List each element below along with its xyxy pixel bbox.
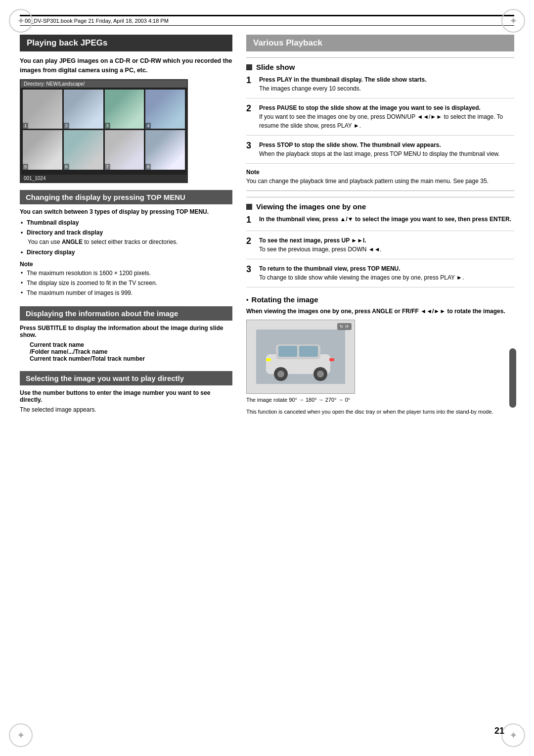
corner-decoration-bl: ✦ (9, 723, 33, 747)
square-bullet-2 (246, 204, 252, 210)
note-text-right: You can change the playback time and pla… (246, 177, 514, 186)
displaying-title: Displaying the information about the ima… (20, 306, 232, 321)
left-column: Playing back JPEGs You can play JPEG ima… (20, 35, 232, 419)
changing-display-title: Changing the display by pressing TOP MEN… (20, 190, 232, 204)
screen-footer: 001_1024 (21, 175, 187, 182)
corner-decoration-tr: ✦ (501, 9, 525, 33)
info-item-1: Current track name (20, 341, 232, 348)
view-step-3: 3 To return to the thumbnail view, press… (246, 264, 514, 287)
car-image-mockup: ↻ ⟳ (246, 320, 355, 394)
svg-rect-3 (278, 346, 297, 357)
bullet-directory: Directory display (20, 248, 232, 257)
rotate-note: This function is canceled when you open … (246, 408, 514, 416)
view-step-content-1: In the thumbnail view, press ▲/▼ to sele… (259, 215, 514, 226)
main-content: Playing back JPEGs You can play JPEG ima… (20, 35, 514, 419)
step-content-1: Press PLAY in the thumbnail display. The… (259, 75, 514, 93)
bullet-dot: • (246, 296, 249, 303)
slide-step-1: 1 Press PLAY in the thumbnail display. T… (246, 75, 514, 98)
slide-show-label: Slide show (256, 63, 295, 71)
right-accent-bar (509, 348, 516, 408)
selecting-note: The selected image appears. (20, 405, 232, 414)
view-step-2: 2 To see the next image, press UP ►►I. T… (246, 236, 514, 259)
step-3-normal: When the playback stops at the last imag… (259, 150, 500, 157)
step-3-bold: Press STOP to stop the slide show. The t… (259, 142, 441, 148)
slide-show-heading: Slide show (246, 57, 514, 71)
step-2-bold: Press PAUSE to stop the slide show at th… (259, 104, 481, 111)
step-content-2: Press PAUSE to stop the slide show at th… (259, 103, 514, 130)
thumbnail-grid: 1 2 3 4 5 6 7 8 (21, 88, 187, 172)
info-items-list: Current track name /Folder name/.../Trac… (20, 341, 232, 362)
various-playback-title: Various Playback (246, 35, 514, 51)
rotating-bold: When viewing the images one by one, pres… (246, 308, 514, 315)
angle-note: You can use ANGLE to select either track… (20, 238, 232, 246)
view-step-num-2: 2 (246, 236, 255, 254)
note-label-right: Note (246, 169, 514, 176)
thumb-8: 8 (145, 130, 185, 170)
rotating-heading: • Rotating the image (246, 293, 514, 304)
view-step-num-1: 1 (246, 215, 255, 226)
svg-rect-4 (299, 346, 318, 357)
page-number: 21 (494, 726, 504, 736)
corner-decoration-br: ✦ (501, 723, 525, 747)
step-1-bold: Press PLAY in the thumbnail display. The… (259, 76, 427, 83)
displaying-bold: Press SUBTITLE to display the informatio… (20, 325, 232, 338)
divider-1 (246, 190, 514, 191)
thumb-5: 5 (23, 130, 62, 170)
selecting-bold: Use the number buttons to enter the imag… (20, 389, 232, 403)
notes-list: The maximum resolution is 1600 × 1200 pi… (20, 269, 232, 297)
selecting-title: Selecting the image you want to play dir… (20, 371, 232, 385)
view-step-3-normal: To change to slide show while viewing th… (259, 274, 464, 281)
square-bullet-1 (246, 64, 252, 70)
thumb-2: 2 (64, 90, 103, 129)
view-step-3-bold: To return to the thumbnail view, press T… (259, 265, 400, 272)
changing-bold: You can switch between 3 types of displa… (20, 208, 232, 215)
note-label-1: Note (20, 261, 232, 268)
view-step-2-normal: To see the previous image, press DOWN ◄◄… (259, 246, 382, 253)
slide-step-2: 2 Press PAUSE to stop the slide show at … (246, 103, 514, 136)
info-item-3: Current track number/Total track number (20, 355, 232, 362)
view-step-2-bold: To see the next image, press UP ►►I. (259, 237, 366, 244)
svg-point-6 (277, 371, 284, 378)
rotating-label: Rotating the image (252, 295, 318, 304)
step-num-3: 3 (246, 141, 255, 158)
svg-point-8 (317, 371, 324, 378)
info-item-2: /Folder name/.../Track name (20, 348, 232, 355)
playing-back-intro: You can play JPEG images on a CD-R or CD… (20, 56, 232, 75)
bullet-thumbnail: Thumbnail display (20, 218, 232, 227)
car-svg (256, 330, 345, 384)
slide-step-3: 3 Press STOP to stop the slide show. The… (246, 141, 514, 164)
thumb-6: 6 (64, 130, 103, 170)
right-column: Various Playback Slide show 1 Press PLAY… (246, 35, 514, 419)
view-step-1-bold: In the thumbnail view, press ▲/▼ to sele… (259, 216, 511, 223)
rotate-indicator: ↻ ⟳ (337, 323, 352, 330)
corner-decoration-tl: ✦ (9, 9, 33, 33)
header-file-info: 00_DV-SP301.book Page 21 Friday, April 1… (25, 18, 169, 24)
viewing-heading: Viewing the images one by one (246, 197, 514, 211)
svg-rect-10 (329, 358, 334, 361)
viewing-label: Viewing the images one by one (256, 202, 366, 211)
screen-directory-bar: Directory: NEW/Landscape/ (21, 80, 187, 88)
bullet-directory-track: Directory and track display (20, 228, 232, 237)
thumb-7: 7 (105, 130, 144, 170)
note-3: The maximum number of images is 999. (20, 288, 232, 297)
thumb-4: 4 (145, 90, 185, 129)
step-content-3: Press STOP to stop the slide show. The t… (259, 141, 514, 158)
step-num-2: 2 (246, 103, 255, 130)
step-num-1: 1 (246, 75, 255, 93)
jpeg-screen-mockup: Directory: NEW/Landscape/ 1 2 3 4 5 6 7 … (20, 79, 188, 183)
bullet-list-display: Thumbnail display Directory and track di… (20, 218, 232, 257)
thumb-3: 3 (105, 90, 144, 129)
step-1-normal: The images change every 10 seconds. (259, 85, 361, 92)
view-step-content-2: To see the next image, press UP ►►I. To … (259, 236, 514, 254)
view-step-1: 1 In the thumbnail view, press ▲/▼ to se… (246, 215, 514, 231)
rotate-caption: The image rotate 90° → 180° → 270° → 0° (246, 396, 514, 404)
svg-rect-9 (266, 358, 271, 361)
thumb-1: 1 (23, 90, 62, 129)
playing-back-title: Playing back JPEGs (20, 35, 232, 51)
note-1: The maximum resolution is 1600 × 1200 pi… (20, 269, 232, 278)
view-step-content-3: To return to the thumbnail view, press T… (259, 264, 514, 282)
view-step-num-3: 3 (246, 264, 255, 282)
note-2: The display size is zoomed to fit in the… (20, 279, 232, 287)
page-header: 00_DV-SP301.book Page 21 Friday, April 1… (20, 15, 514, 26)
step-2-normal: If you want to see the images one by one… (259, 113, 503, 129)
